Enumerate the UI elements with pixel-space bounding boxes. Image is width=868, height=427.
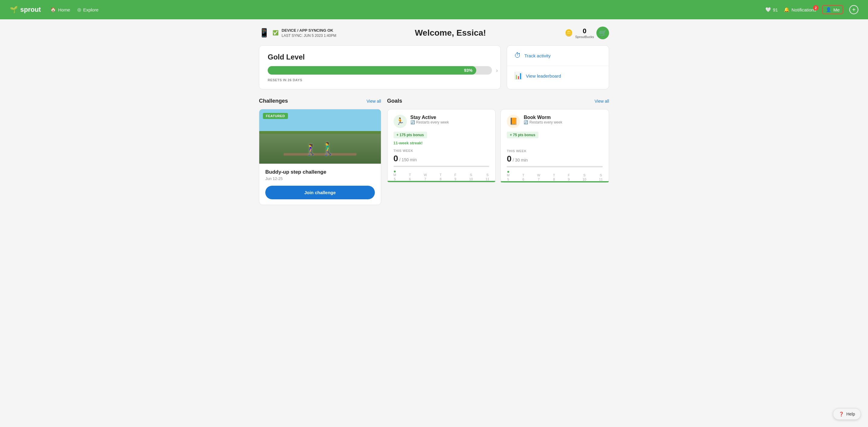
week-target-stay-active: / 150 min <box>399 157 417 162</box>
challenge-name: Buddy-up step challenge <box>265 169 375 175</box>
logo-icon: 🌱 <box>10 6 18 13</box>
week-count-stay-active: 0 <box>394 154 398 163</box>
day-T2-book-worm: T8 <box>553 171 555 181</box>
goal-bottom-bar-stay-active <box>388 181 496 182</box>
goals-grid: 🏃 Stay Active 🔄 Restarts every week + 17… <box>387 109 609 183</box>
goal-name-stay-active: Stay Active <box>410 115 490 120</box>
sprout-bucks-count: 0 <box>575 27 594 35</box>
leaderboard-icon: 📊 <box>514 72 522 80</box>
quick-links-card: ⏱ Track activity 📊 View leaderboard <box>507 45 609 89</box>
sprout-bucks-info: 0 SproutBucks <box>575 27 594 39</box>
wishlist-count: 91 <box>773 7 778 12</box>
restart-icon-2: 🔄 <box>524 120 528 124</box>
logo-text: sprout <box>20 6 41 13</box>
notifications-badge: 2 <box>813 5 818 10</box>
track-activity-link[interactable]: ⏱ Track activity <box>507 45 609 66</box>
sprout-bucks-label: SproutBucks <box>575 35 594 39</box>
cards-row: Gold Level 93% › RESETS IN 26 DAYS ⏱ Tra… <box>259 45 609 89</box>
help-button[interactable]: ❓ Help <box>833 408 861 420</box>
explore-icon: ◎ <box>77 7 81 12</box>
gold-level-card: Gold Level 93% › RESETS IN 26 DAYS <box>259 45 501 89</box>
challenges-header: Challenges View all <box>259 98 381 104</box>
stopwatch-icon: ⏱ <box>514 52 521 60</box>
me-label: Me <box>833 7 840 12</box>
join-challenge-button[interactable]: Join challenge <box>265 186 375 199</box>
featured-badge: FEATURED <box>263 113 288 119</box>
week-target-book-worm: / 30 min <box>513 158 528 162</box>
challenges-view-all[interactable]: View all <box>367 99 381 103</box>
day-S2-stay-active: S11 <box>486 171 489 181</box>
goal-restart-book-worm: 🔄 Restarts every week <box>524 120 603 124</box>
sync-info: 📱 ✅ DEVICE / APP SYNCING OK LAST SYNC: J… <box>259 28 336 38</box>
goal-name-book-worm: Book Worm <box>524 115 603 120</box>
top-info-row: 📱 ✅ DEVICE / APP SYNCING OK LAST SYNC: J… <box>259 27 609 39</box>
bell-icon: 🔔 <box>784 7 789 12</box>
challenge-card: 🚶‍♀️ 🚶‍♂️ FEATURED Buddy-up step challen… <box>259 109 381 205</box>
help-icon: ❓ <box>839 411 844 417</box>
progress-pct: 93% <box>464 68 472 73</box>
nav-home-label: Home <box>58 7 70 12</box>
week-count-book-worm: 0 <box>507 154 512 164</box>
week-bar-stay-active <box>394 166 490 167</box>
week-bar-book-worm <box>507 166 603 167</box>
stay-active-icon: 🏃 <box>394 115 407 128</box>
sections-row: Challenges View all 🚶‍♀️ 🚶‍♂️ <box>259 98 609 205</box>
view-leaderboard-label: View leaderboard <box>526 73 561 79</box>
day-S1-book-worm: S10 <box>583 171 586 181</box>
view-leaderboard-link[interactable]: 📊 View leaderboard <box>507 66 609 86</box>
progress-arrow-icon[interactable]: › <box>496 67 498 74</box>
day-labels-book-worm: M5 T6 W7 T8 <box>507 171 603 181</box>
me-button[interactable]: 👤 Me <box>822 5 843 14</box>
progress-bar-container: 93% › <box>268 66 492 74</box>
sync-last: LAST SYNC: JUN 5 2023 1:40PM <box>282 33 336 38</box>
day-F-stay-active: F9 <box>454 171 456 181</box>
help-label: Help <box>846 411 855 417</box>
device-icon: 📱 <box>259 28 270 38</box>
week-progress-stay-active: 0 / 150 min <box>394 154 490 163</box>
goal-card-book-worm: 📙 Book Worm 🔄 Restarts every week + 75 p… <box>500 109 609 183</box>
main-content: 📱 ✅ DEVICE / APP SYNCING OK LAST SYNC: J… <box>253 19 615 212</box>
day-S1-stay-active: S10 <box>469 171 473 181</box>
goal-restart-stay-active: 🔄 Restarts every week <box>410 120 490 124</box>
challenges-section: Challenges View all 🚶‍♀️ 🚶‍♂️ <box>259 98 381 205</box>
week-progress-book-worm: 0 / 30 min <box>507 154 603 164</box>
day-W-book-worm: W7 <box>537 171 540 181</box>
user-icon: 👤 <box>826 7 832 12</box>
streak-stay-active: 11-week streak! <box>394 141 490 145</box>
day-F-book-worm: F9 <box>568 171 570 181</box>
goal-bottom-bar-book-worm <box>501 181 609 182</box>
bonus-badge-stay-active: + 175 pts bonus <box>394 132 427 138</box>
app-header: 🌱 sprout 🏠 Home ◎ Explore 🤍 91 2 🔔 Notif… <box>0 0 868 19</box>
add-button[interactable]: + <box>849 5 858 14</box>
goal-header-stay-active: 🏃 Stay Active 🔄 Restarts every week <box>394 115 490 128</box>
progress-bar-fill: 93% <box>268 66 476 74</box>
header-right: 🤍 91 2 🔔 Notifications 👤 Me + <box>765 5 858 14</box>
book-worm-icon: 📙 <box>507 115 520 128</box>
logo[interactable]: 🌱 sprout <box>10 6 41 13</box>
notifications-button[interactable]: 2 🔔 Notifications <box>784 7 816 12</box>
sproutbucks-icon: 🪙 <box>565 29 573 37</box>
plus-icon: + <box>852 6 856 13</box>
goal-info-stay-active: Stay Active 🔄 Restarts every week <box>410 115 490 124</box>
this-week-label-stay-active: THIS WEEK <box>394 149 490 152</box>
bonus-badge-book-worm: + 75 pts bonus <box>507 132 538 138</box>
challenge-image: 🚶‍♀️ 🚶‍♂️ FEATURED <box>259 109 381 164</box>
day-W-stay-active: W7 <box>424 171 427 181</box>
main-nav: 🏠 Home ◎ Explore <box>51 7 98 12</box>
nav-explore-label: Explore <box>83 7 98 12</box>
resets-text: RESETS IN 26 DAYS <box>268 78 492 82</box>
nav-home[interactable]: 🏠 Home <box>51 7 70 12</box>
goals-view-all[interactable]: View all <box>595 99 609 103</box>
goals-title: Goals <box>387 98 402 104</box>
goal-info-book-worm: Book Worm 🔄 Restarts every week <box>524 115 603 124</box>
nav-explore[interactable]: ◎ Explore <box>77 7 98 12</box>
day-M-stay-active: M5 <box>394 171 396 181</box>
day-T2-stay-active: T8 <box>440 171 442 181</box>
goal-card-stay-active: 🏃 Stay Active 🔄 Restarts every week + 17… <box>387 109 496 183</box>
notifications-label: Notifications <box>791 7 816 12</box>
wishlist-button[interactable]: 🤍 91 <box>765 7 778 12</box>
welcome-title: Welcome, Essica! <box>415 28 486 38</box>
restart-icon: 🔄 <box>410 120 415 124</box>
track-activity-label: Track activity <box>525 53 551 58</box>
cart-button[interactable]: 🛒 <box>596 27 609 39</box>
